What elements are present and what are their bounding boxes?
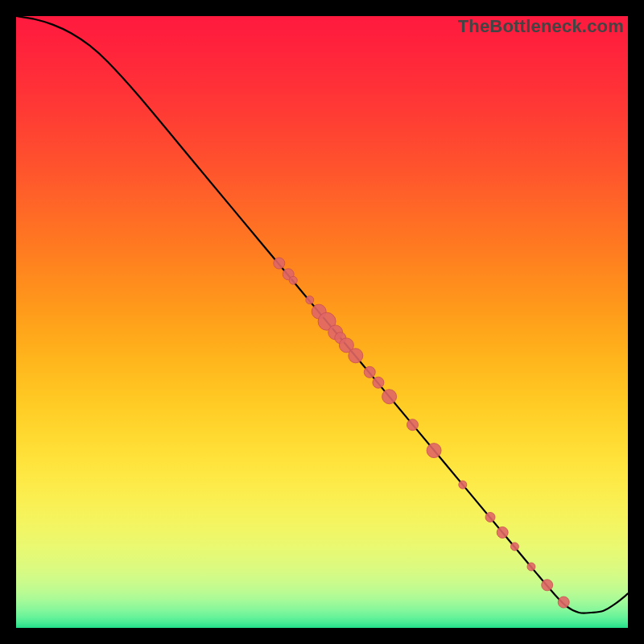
data-marker xyxy=(427,444,441,458)
data-marker xyxy=(289,276,297,284)
data-marker xyxy=(364,366,375,378)
data-marker xyxy=(407,419,418,431)
data-marker xyxy=(558,597,569,608)
data-marker xyxy=(497,526,508,538)
data-marker xyxy=(542,580,553,591)
data-marker xyxy=(527,563,535,571)
data-marker xyxy=(459,481,467,489)
data-marker xyxy=(274,258,285,269)
chart-overlay xyxy=(16,16,628,628)
data-markers xyxy=(274,258,569,608)
data-marker xyxy=(485,512,495,522)
plot-area: TheBottleneck.com xyxy=(16,16,628,628)
data-marker xyxy=(382,390,397,404)
data-marker xyxy=(373,377,384,388)
chart-frame: TheBottleneck.com xyxy=(11,11,633,633)
data-marker xyxy=(510,543,518,551)
data-marker xyxy=(306,296,314,304)
data-marker xyxy=(349,349,363,363)
